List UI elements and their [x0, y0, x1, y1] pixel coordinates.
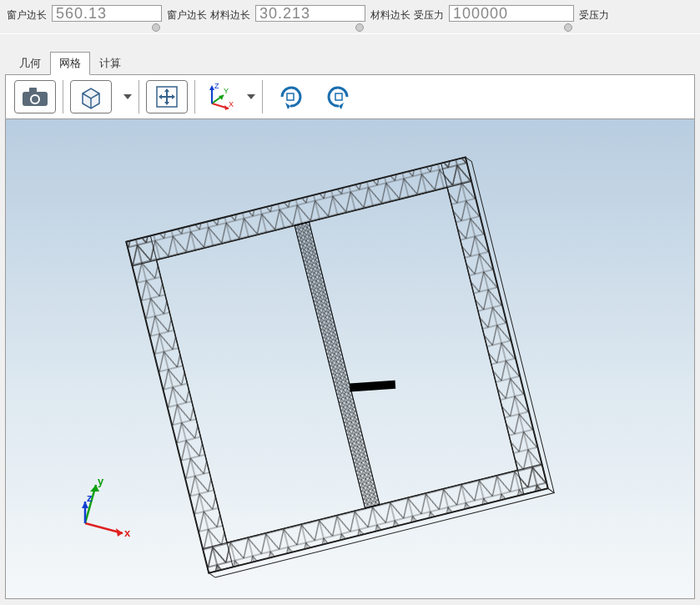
svg-rect-30	[126, 235, 233, 572]
window-side-label-end: 窗户边长	[167, 5, 207, 23]
svg-rect-1	[29, 88, 37, 93]
material-side-input[interactable]	[255, 5, 365, 22]
cube-icon	[78, 83, 104, 110]
svg-rect-29	[203, 464, 548, 572]
rotate-cw-button[interactable]	[269, 80, 311, 113]
axis-x-label: x	[124, 527, 131, 539]
svg-rect-25	[335, 93, 342, 100]
axes-button[interactable]: X Y Z	[202, 80, 235, 113]
move-icon	[154, 84, 179, 109]
svg-text:Z: Z	[214, 82, 219, 90]
separator	[194, 80, 195, 113]
svg-rect-33	[350, 381, 395, 392]
svg-marker-11	[159, 94, 162, 99]
rotate-ccw-icon	[324, 82, 354, 112]
parameter-bar: 窗户边长 窗户边长 材料边长 材料边长 受压力 受压力	[0, 0, 700, 34]
toolbar: X Y Z	[5, 74, 695, 119]
svg-text:Y: Y	[224, 87, 229, 95]
tab-bar: 几何 网格 计算	[0, 34, 700, 74]
tab-compute[interactable]: 计算	[90, 52, 130, 75]
material-side-label-end: 材料边长	[370, 5, 410, 23]
svg-text:X: X	[229, 100, 234, 108]
svg-rect-32	[295, 222, 380, 508]
axis-y-label: y	[98, 475, 104, 487]
camera-icon	[21, 86, 49, 108]
viewport-3d[interactable]: x y z	[5, 119, 695, 599]
separator	[63, 80, 63, 113]
move-button[interactable]	[146, 80, 188, 113]
svg-rect-28	[126, 157, 471, 265]
separator	[138, 80, 139, 113]
svg-rect-23	[287, 93, 294, 100]
svg-marker-9	[164, 88, 169, 92]
pressure-slider[interactable]	[449, 23, 574, 32]
axis-z-label: z	[87, 492, 93, 504]
svg-marker-22	[285, 103, 290, 109]
pressure-label: 受压力	[414, 5, 444, 23]
rotate-ccw-button[interactable]	[318, 80, 360, 113]
param-material-side: 材料边长 材料边长	[210, 5, 410, 32]
svg-rect-31	[441, 157, 548, 494]
axes-icon: X Y Z	[204, 82, 234, 112]
window-side-input[interactable]	[52, 5, 162, 22]
material-side-slider[interactable]	[255, 23, 365, 32]
svg-marker-12	[172, 94, 175, 99]
svg-marker-10	[164, 102, 169, 105]
window-side-slider[interactable]	[52, 23, 162, 32]
axes-dropdown[interactable]	[247, 94, 255, 99]
cube-preset-button[interactable]	[70, 80, 112, 113]
param-window-side: 窗户边长 窗户边长	[7, 5, 207, 32]
axis-triad: x y z	[64, 473, 139, 548]
tab-geometry[interactable]: 几何	[10, 52, 50, 75]
material-side-label: 材料边长	[210, 5, 250, 23]
window-side-label: 窗户边长	[7, 5, 47, 23]
tab-mesh[interactable]: 网格	[50, 52, 90, 75]
cube-preset-dropdown[interactable]	[123, 94, 132, 99]
pressure-input[interactable]	[449, 5, 574, 22]
separator	[262, 80, 263, 113]
pressure-label-end: 受压力	[579, 5, 609, 23]
rotate-cw-icon	[275, 82, 305, 112]
svg-point-3	[32, 96, 38, 103]
svg-marker-24	[339, 103, 344, 109]
param-pressure: 受压力 受压力	[414, 5, 609, 32]
camera-button[interactable]	[14, 80, 56, 113]
